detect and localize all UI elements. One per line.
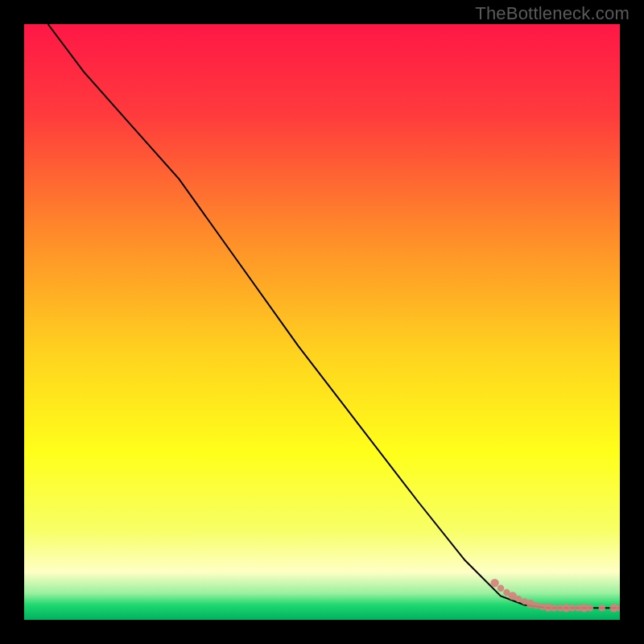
marker-point bbox=[497, 585, 504, 592]
plot-area bbox=[24, 24, 620, 620]
marker-point bbox=[490, 579, 498, 587]
bottom-markers-group bbox=[490, 579, 620, 613]
marker-point bbox=[533, 602, 539, 609]
chart-stage: TheBottleneck.com bbox=[0, 0, 644, 644]
watermark-text: TheBottleneck.com bbox=[475, 3, 630, 24]
marker-point bbox=[515, 596, 522, 602]
marker-point bbox=[587, 605, 593, 611]
main-curve bbox=[48, 24, 620, 608]
series-overlay bbox=[24, 24, 620, 620]
marker-point bbox=[551, 605, 557, 611]
marker-point bbox=[569, 605, 576, 611]
marker-point bbox=[599, 605, 605, 611]
